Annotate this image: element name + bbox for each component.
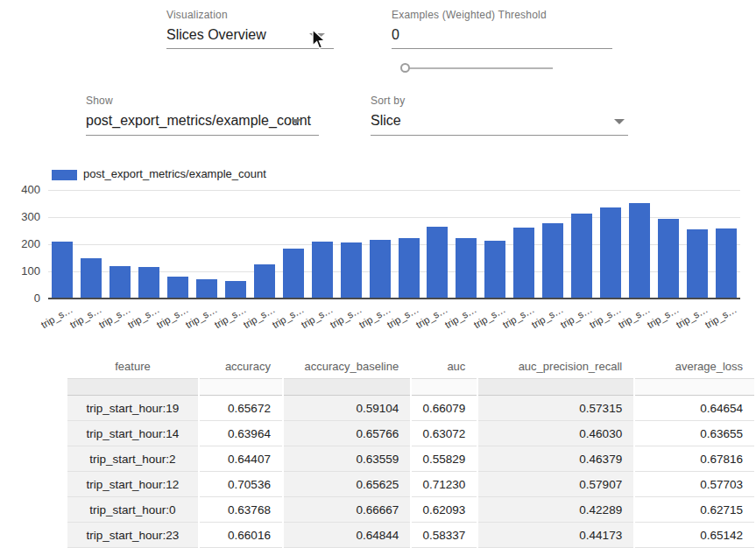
bar-slot	[365, 189, 394, 298]
metric-cell: 0.58337	[412, 523, 477, 548]
bar-slot	[106, 189, 135, 298]
visualization-value: Slices Overview	[166, 27, 266, 42]
threshold-slider-track[interactable]	[409, 67, 553, 69]
bar[interactable]	[456, 238, 477, 298]
filter-cell	[67, 379, 198, 396]
bar-slot	[597, 189, 625, 298]
metric-cell: 0.63072	[412, 421, 477, 446]
feature-cell: trip_start_hour:19	[67, 396, 198, 421]
sort-chevron-down-icon[interactable]	[614, 119, 625, 124]
filter-cell	[412, 379, 477, 396]
bar-slot	[250, 189, 279, 298]
column-header-auc[interactable]: auc	[412, 354, 477, 379]
bar[interactable]	[484, 241, 505, 298]
bar-series	[48, 189, 740, 298]
table-row[interactable]: trip_start_hour:140.639640.657660.630720…	[67, 421, 754, 446]
metric-cell: 0.64407	[200, 446, 282, 472]
metric-cell: 0.46379	[478, 446, 633, 472]
bar[interactable]	[312, 242, 333, 298]
table-row[interactable]: trip_start_hour:190.656720.591040.660790…	[67, 396, 754, 421]
bar-slot	[539, 189, 568, 298]
metric-cell: 0.65625	[284, 472, 410, 497]
y-tick-label: 0	[5, 292, 40, 305]
column-header-accuracy_baseline[interactable]: accuracy_baseline	[284, 354, 410, 379]
y-tick-label: 100	[5, 264, 40, 278]
bar[interactable]	[52, 242, 73, 298]
metric-cell: 0.70536	[200, 472, 282, 497]
bar-slot	[48, 189, 77, 298]
column-header-average_loss[interactable]: average_loss	[635, 354, 754, 379]
bar-slot	[510, 189, 539, 298]
bar-slot	[711, 189, 740, 298]
sort-label: Sort by	[371, 95, 628, 107]
column-header-auc_precision_recall[interactable]: auc_precision_recall	[478, 354, 633, 379]
show-value: post_export_metrics/example_count	[86, 113, 311, 128]
filter-cell	[635, 379, 754, 396]
filter-cell	[200, 379, 282, 396]
bar-slot	[77, 189, 106, 298]
bar-slot	[307, 189, 336, 298]
metric-cell: 0.46030	[478, 421, 633, 446]
metric-cell: 0.66079	[412, 396, 477, 421]
bar[interactable]	[138, 267, 159, 298]
bar[interactable]	[687, 229, 708, 298]
filter-cell	[284, 379, 410, 396]
bar[interactable]	[542, 223, 563, 298]
feature-cell: trip_start_hour:0	[67, 497, 198, 523]
bar[interactable]	[283, 249, 304, 298]
bar[interactable]	[167, 277, 188, 298]
table-header-row: featureaccuracyaccuracy_baselineaucauc_p…	[67, 354, 754, 379]
column-header-feature[interactable]: feature	[67, 354, 198, 379]
bar-slot	[682, 189, 711, 298]
sort-control: Sort by Slice	[371, 95, 628, 136]
bar[interactable]	[196, 279, 217, 298]
metric-cell: 0.63768	[200, 497, 282, 523]
bar-slot	[336, 189, 365, 298]
metric-cell: 0.63655	[635, 421, 754, 446]
feature-cell: trip_start_hour:2	[67, 446, 198, 472]
bar-slot	[222, 189, 251, 298]
show-dropdown[interactable]: post_export_metrics/example_count	[86, 107, 319, 136]
bar[interactable]	[571, 214, 592, 298]
bar-slot	[481, 189, 510, 298]
threshold-input[interactable]: 0	[392, 21, 612, 49]
column-header-accuracy[interactable]: accuracy	[200, 354, 282, 379]
metric-cell: 0.64654	[635, 396, 754, 421]
sort-dropdown[interactable]: Slice	[371, 107, 628, 136]
threshold-control: Examples (Weighted) Threshold 0	[392, 9, 612, 49]
threshold-value: 0	[392, 27, 399, 42]
bar[interactable]	[110, 266, 131, 298]
show-chevron-down-icon[interactable]	[291, 119, 301, 124]
bar[interactable]	[399, 238, 420, 298]
bar-slot	[423, 189, 452, 298]
table-row[interactable]: trip_start_hour:230.660160.648440.583370…	[67, 523, 754, 548]
bar-slot	[193, 189, 222, 298]
bar[interactable]	[716, 228, 737, 298]
legend-label: post_export_metrics/example_count	[83, 167, 266, 180]
bar[interactable]	[658, 219, 679, 298]
metric-cell: 0.65142	[635, 523, 754, 548]
bar[interactable]	[370, 240, 391, 298]
sort-value: Slice	[371, 113, 401, 128]
bar-slot	[279, 189, 307, 298]
metric-cell: 0.55829	[412, 446, 477, 472]
bar-slot	[654, 189, 682, 298]
table-row[interactable]: trip_start_hour:00.637680.666670.620930.…	[67, 497, 754, 523]
bar[interactable]	[254, 264, 275, 298]
bar[interactable]	[629, 203, 650, 298]
table-row[interactable]: trip_start_hour:20.644070.635590.558290.…	[67, 446, 754, 472]
plot-area	[48, 190, 740, 299]
bar[interactable]	[427, 227, 448, 298]
bar[interactable]	[225, 281, 246, 298]
feature-cell: trip_start_hour:23	[67, 523, 198, 548]
bar[interactable]	[600, 207, 621, 298]
bar[interactable]	[513, 228, 534, 298]
metric-cell: 0.57907	[478, 472, 633, 497]
metric-cell: 0.59104	[284, 396, 410, 421]
bar[interactable]	[341, 242, 362, 298]
slices-bar-chart: post_export_metrics/example_count 010020…	[0, 162, 756, 346]
legend-swatch	[52, 170, 77, 180]
bar[interactable]	[81, 258, 102, 298]
threshold-slider-handle[interactable]	[400, 63, 410, 73]
table-row[interactable]: trip_start_hour:120.705360.656250.712300…	[67, 472, 754, 497]
